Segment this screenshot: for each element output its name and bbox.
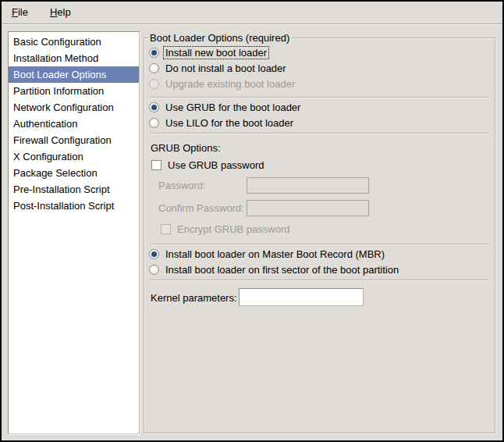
radio-install-new-boot-loader[interactable]: Install new boot loader: [149, 45, 268, 59]
radio-button-icon: [149, 79, 159, 89]
checkbox-label: Encrypt GRUB password: [176, 223, 292, 235]
radio-label: Do not install a boot loader: [164, 62, 288, 74]
sidebar-item-x-configuration[interactable]: X Configuration: [9, 148, 139, 165]
section-list: Basic Configuration Installation Method …: [8, 31, 140, 434]
radio-install-on-mbr[interactable]: Install boot loader on Master Boot Recor…: [149, 247, 386, 261]
radio-button-icon: [149, 249, 159, 259]
radio-label: Use LILO for the boot loader: [164, 117, 295, 129]
separator: [149, 280, 490, 281]
kickstart-configurator-window: File Help Basic Configuration Installati…: [0, 0, 504, 442]
separator: [149, 97, 490, 98]
radio-button-icon: [149, 118, 159, 128]
radio-label: Install new boot loader: [164, 47, 268, 59]
sidebar-item-pre-installation-script[interactable]: Pre-Installation Script: [9, 181, 139, 198]
password-input: [247, 177, 369, 194]
boot-loader-options-frame: Boot Loader Options (required) Install n…: [144, 37, 495, 433]
separator: [149, 133, 490, 134]
menu-help[interactable]: Help: [47, 5, 74, 20]
password-label: Password:: [157, 178, 208, 192]
menu-bar: File Help: [2, 2, 502, 23]
sidebar-item-authentication[interactable]: Authentication: [9, 116, 139, 132]
radio-button-icon: [149, 265, 159, 275]
checkbox-label: Use GRUB password: [166, 159, 266, 171]
sidebar-item-firewall-configuration[interactable]: Firewall Configuration: [9, 132, 139, 148]
kernel-parameters-input[interactable]: [239, 288, 364, 306]
radio-install-on-first-sector[interactable]: Install boot loader on first sector of t…: [149, 262, 400, 276]
confirm-password-input: [247, 200, 369, 216]
checkbox-icon: [151, 160, 161, 170]
grub-options-heading: GRUB Options:: [149, 141, 222, 155]
confirm-password-label: Confirm Password:: [157, 201, 246, 215]
sidebar-item-installation-method[interactable]: Installation Method: [9, 50, 139, 66]
radio-use-lilo[interactable]: Use LILO for the boot loader: [149, 116, 295, 130]
sidebar-item-post-installation-script[interactable]: Post-Installation Script: [9, 198, 139, 214]
sidebar-item-package-selection[interactable]: Package Selection: [9, 165, 139, 181]
checkbox-icon: [161, 224, 171, 234]
radio-label: Use GRUB for the boot loader: [164, 102, 302, 113]
radio-label: Install boot loader on first sector of t…: [164, 264, 400, 276]
sidebar-item-network-configuration[interactable]: Network Configuration: [9, 99, 139, 116]
sidebar-item-partition-information[interactable]: Partition Information: [9, 83, 139, 99]
radio-button-icon: [149, 63, 159, 73]
sidebar-item-basic-configuration[interactable]: Basic Configuration: [9, 34, 139, 50]
menu-file-label: File: [12, 6, 28, 18]
radio-button-icon: [149, 102, 159, 112]
radio-button-icon: [149, 48, 159, 58]
menu-help-label: Help: [50, 6, 71, 18]
radio-label: Install boot loader on Master Boot Recor…: [164, 248, 386, 260]
checkbox-use-grub-password[interactable]: Use GRUB password: [151, 158, 266, 172]
menubar-separator: [2, 23, 502, 25]
separator: [149, 244, 490, 245]
kernel-parameters-label: Kernel parameters:: [149, 291, 239, 305]
radio-label: Upgrade existing boot loader: [164, 78, 296, 90]
radio-do-not-install-boot-loader[interactable]: Do not install a boot loader: [149, 61, 288, 75]
radio-upgrade-existing-boot-loader: Upgrade existing boot loader: [149, 77, 296, 91]
sidebar-item-boot-loader-options[interactable]: Boot Loader Options: [9, 66, 139, 83]
checkbox-encrypt-grub-password: Encrypt GRUB password: [161, 222, 292, 236]
frame-title: Boot Loader Options (required): [147, 32, 292, 44]
radio-use-grub[interactable]: Use GRUB for the boot loader: [149, 100, 302, 114]
menu-file[interactable]: File: [9, 5, 31, 20]
